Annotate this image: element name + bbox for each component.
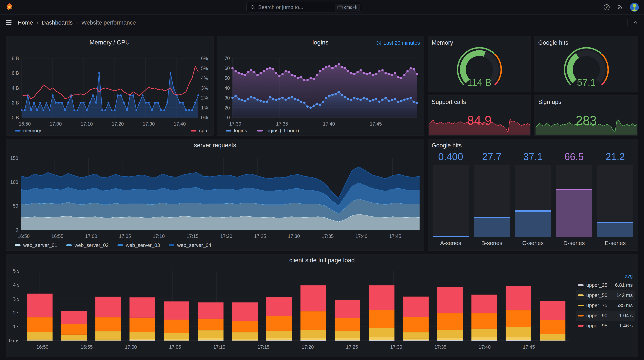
memory-gauge[interactable]: 114 B [448,45,511,91]
svg-text:17:40: 17:40 [355,234,368,239]
bar-gauge-column[interactable]: 37.1C-series [515,151,551,247]
svg-text:114 B: 114 B [467,77,492,88]
bar-gauge-fill [515,210,551,237]
google-hits-gauge[interactable]: 57.1 [555,45,618,91]
panel-google-hits-bars: Google hits 0.400A-series27.7B-series37.… [428,139,638,251]
bar-gauge-track [433,165,469,237]
svg-text:6 B: 6 B [12,70,19,76]
svg-text:150: 150 [10,156,18,161]
legend-label: web_server_01 [23,242,57,248]
svg-text:17:10: 17:10 [153,234,165,239]
bar-gauge-track [474,165,510,237]
svg-text:17:30: 17:30 [229,121,241,126]
svg-text:17:40: 17:40 [174,121,186,126]
stat-value: 283 [534,113,638,128]
panel-client-load: client side full page load 0 ms1 s2 s3 s… [6,254,638,357]
server-requests-chart[interactable]: 05010015016:5016:5517:0017:0517:1017:151… [6,139,424,251]
svg-text:16:50: 16:50 [18,234,30,239]
shortcut-badge: cmd+k [335,4,360,11]
search-input[interactable]: Search or jump to... cmd+k [246,2,362,12]
panel-google-hits-gauge: Google hits 57.1 [534,36,638,92]
bar-gauge-column[interactable]: 21.2E-series [597,151,633,247]
logins-chart[interactable]: 1020304050607017:3017:3517:4017:45 [217,36,424,136]
legend-item[interactable]: logins (-1 hour) [257,128,299,134]
legend-item[interactable]: memory [15,128,41,134]
legend-swatch [226,130,231,132]
svg-text:16:55: 16:55 [51,234,64,239]
memory-cpu-chart[interactable]: 0 B2 B4 B6 B8 B0%1%2%3%4%5%6%16:5017:001… [6,36,214,136]
svg-text:70: 70 [224,56,230,61]
panel-title[interactable]: Google hits [432,142,462,149]
svg-text:50: 50 [13,203,18,208]
bar-gauge-value: 21.2 [597,151,633,162]
legend-swatch [578,294,584,296]
legend-item[interactable]: web_server_01 [15,242,57,248]
svg-text:17:15: 17:15 [258,344,270,350]
menu-toggle-icon[interactable] [6,20,12,25]
legend-row[interactable]: upper_50142 ms [576,290,634,300]
client-load-chart[interactable]: 0 ms1 s2 s3 s4 s5 s16:5016:5517:0017:051… [6,254,577,357]
svg-text:3%: 3% [201,85,208,91]
bar-gauge-track [556,165,592,237]
panel-title[interactable]: Support calls [432,98,466,106]
svg-text:2 B: 2 B [12,100,19,106]
svg-text:17:40: 17:40 [478,344,491,350]
svg-text:17:05: 17:05 [169,344,181,350]
legend-label: logins [234,128,247,134]
search-icon [250,4,256,10]
svg-text:17:35: 17:35 [434,344,446,350]
svg-text:17:00: 17:00 [125,344,137,350]
breadcrumb-home[interactable]: Home [18,19,33,26]
grafana-logo-icon[interactable] [5,3,14,12]
bar-gauge-track [597,165,633,237]
legend-avg-value: 535 ms [616,302,633,308]
chevron-up-icon[interactable] [632,20,638,26]
legend-item[interactable]: web_server_02 [66,242,109,248]
breadcrumb-separator: › [33,20,42,26]
bar-gauge-column[interactable]: 27.7B-series [474,151,510,247]
svg-text:57.1: 57.1 [577,77,596,88]
bar-gauge-column[interactable]: 0.400A-series [433,151,469,247]
svg-text:17:35: 17:35 [276,121,288,126]
svg-text:17:25: 17:25 [346,344,358,350]
svg-text:4 B: 4 B [12,85,19,91]
svg-text:17:45: 17:45 [370,121,382,126]
legend-label: cpu [199,128,207,134]
news-rss-icon[interactable] [617,4,623,10]
svg-text:17:05: 17:05 [119,234,131,239]
legend-swatch [578,325,584,327]
bar-gauge-column[interactable]: 66.5D-series [556,151,592,247]
svg-text:20: 20 [224,105,230,110]
legend-item[interactable]: logins [226,128,247,134]
user-avatar[interactable] [630,3,639,12]
legend-row[interactable]: upper_951.46 s [576,321,634,331]
stat-value: 84.9 [428,113,531,128]
svg-text:3 s: 3 s [13,296,19,302]
breadcrumb-dashboards[interactable]: Dashboards [42,19,73,26]
svg-text:17:40: 17:40 [323,121,335,126]
svg-text:0: 0 [16,227,18,232]
svg-text:2 s: 2 s [13,310,19,315]
help-icon[interactable]: ? [603,4,610,10]
svg-text:30: 30 [224,95,230,100]
legend-item[interactable]: cpu [191,128,207,134]
legend-row[interactable]: upper_901.04 s [576,310,634,321]
panel-title[interactable]: Sign ups [538,98,562,106]
bar-gauge-label: C-series [515,240,551,247]
legend-avg-value: 1.46 s [619,323,633,329]
subnav-right [627,19,638,26]
legend-row[interactable]: upper_256.81 ms [576,280,634,290]
legend-swatch [169,244,174,246]
legend-avg-value: 1.04 s [619,313,633,318]
svg-text:?: ? [606,5,608,9]
legend: loginslogins (-1 hour) [226,128,299,134]
legend-row[interactable]: upper_75535 ms [576,300,634,310]
svg-text:17:35: 17:35 [322,234,334,239]
legend-swatch [578,304,584,306]
bar-gauge-fill [474,217,510,237]
shortcut-label: cmd+k [344,5,357,10]
legend-item[interactable]: web_server_03 [118,242,160,248]
legend-item[interactable]: web_server_04 [169,242,211,248]
panel-sign-ups: Sign ups 283 [534,95,638,136]
svg-text:4%: 4% [201,75,208,81]
